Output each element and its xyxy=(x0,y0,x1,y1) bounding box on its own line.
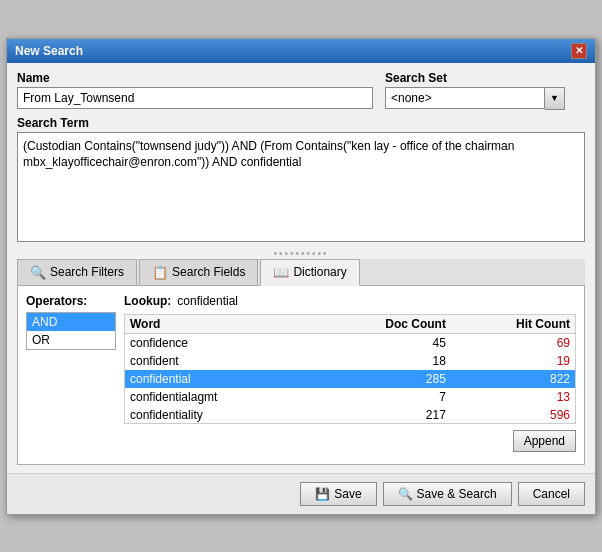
col-doc-count: Doc Count xyxy=(314,315,451,334)
cell-hit-count: 13 xyxy=(451,388,575,406)
table-row[interactable]: confidence4569 xyxy=(125,333,575,352)
cell-doc-count: 285 xyxy=(314,370,451,388)
divider-dots: •••••••••• xyxy=(17,248,585,259)
cell-word: confident xyxy=(125,352,314,370)
search-term-box[interactable]: (Custodian Contains("townsend judy")) AN… xyxy=(17,132,585,242)
save-icon: 💾 xyxy=(315,487,330,501)
search-term-section: Search Term (Custodian Contains("townsen… xyxy=(17,116,585,242)
word-table-wrapper: Word Doc Count Hit Count confidence4569c… xyxy=(124,314,576,424)
dialog-new-search: New Search ✕ Name Search Set ▼ Search Te… xyxy=(6,38,596,515)
operator-and[interactable]: AND xyxy=(27,313,115,331)
cancel-button[interactable]: Cancel xyxy=(518,482,585,506)
search-fields-icon: 📋 xyxy=(152,265,168,280)
table-row[interactable]: confident1819 xyxy=(125,352,575,370)
name-group: Name xyxy=(17,71,373,109)
dictionary-main: Lookup: confidential Word Doc Count Hit … xyxy=(124,294,576,456)
dictionary-icon: 📖 xyxy=(273,265,289,280)
cell-word: confidential xyxy=(125,370,314,388)
lookup-row: Lookup: confidential xyxy=(124,294,576,308)
search-term-label: Search Term xyxy=(17,116,585,130)
cell-word: confidentialagmt xyxy=(125,388,314,406)
search-set-row: ▼ xyxy=(385,87,585,110)
operators-panel: Operators: AND OR xyxy=(26,294,116,456)
cell-word: confidence xyxy=(125,333,314,352)
table-row[interactable]: confidential285822 xyxy=(125,370,575,388)
name-label: Name xyxy=(17,71,373,85)
tab-search-fields-label: Search Fields xyxy=(172,265,245,279)
table-row[interactable]: confidentiality217596 xyxy=(125,406,575,423)
dictionary-tab-content: Operators: AND OR Lookup: confidential xyxy=(17,286,585,465)
word-table-scroll[interactable]: Word Doc Count Hit Count confidence4569c… xyxy=(125,315,575,423)
cell-doc-count: 7 xyxy=(314,388,451,406)
operators-label: Operators: xyxy=(26,294,116,308)
name-input[interactable] xyxy=(17,87,373,109)
cell-hit-count: 822 xyxy=(451,370,575,388)
dictionary-layout: Operators: AND OR Lookup: confidential xyxy=(26,294,576,456)
cell-hit-count: 19 xyxy=(451,352,575,370)
tab-dictionary-label: Dictionary xyxy=(293,265,346,279)
append-button[interactable]: Append xyxy=(513,430,576,452)
operator-list: AND OR xyxy=(26,312,116,350)
cell-doc-count: 217 xyxy=(314,406,451,423)
save-search-label: Save & Search xyxy=(417,487,497,501)
tab-search-fields[interactable]: 📋 Search Fields xyxy=(139,259,258,285)
cell-word: confidentiality xyxy=(125,406,314,423)
operator-or[interactable]: OR xyxy=(27,331,115,349)
tab-search-filters[interactable]: 🔍 Search Filters xyxy=(17,259,137,285)
tabs-bar: 🔍 Search Filters 📋 Search Fields 📖 Dicti… xyxy=(17,259,585,286)
search-set-label: Search Set xyxy=(385,71,585,85)
name-searchset-row: Name Search Set ▼ xyxy=(17,71,585,110)
search-set-group: Search Set ▼ xyxy=(385,71,585,110)
search-set-dropdown-button[interactable]: ▼ xyxy=(545,87,565,110)
dialog-body: Name Search Set ▼ Search Term (Custodian… xyxy=(7,63,595,473)
search-filters-icon: 🔍 xyxy=(30,265,46,280)
save-search-button[interactable]: 🔍 Save & Search xyxy=(383,482,512,506)
col-word: Word xyxy=(125,315,314,334)
col-hit-count: Hit Count xyxy=(451,315,575,334)
cell-hit-count: 596 xyxy=(451,406,575,423)
lookup-value: confidential xyxy=(177,294,238,308)
title-bar: New Search ✕ xyxy=(7,39,595,63)
cancel-label: Cancel xyxy=(533,487,570,501)
search-set-input[interactable] xyxy=(385,87,545,109)
append-row: Append xyxy=(124,430,576,452)
save-button[interactable]: 💾 Save xyxy=(300,482,376,506)
table-row[interactable]: confidentialagmt713 xyxy=(125,388,575,406)
save-search-icon: 🔍 xyxy=(398,487,413,501)
tab-dictionary[interactable]: 📖 Dictionary xyxy=(260,259,359,286)
cell-doc-count: 45 xyxy=(314,333,451,352)
tab-search-filters-label: Search Filters xyxy=(50,265,124,279)
cell-doc-count: 18 xyxy=(314,352,451,370)
word-table: Word Doc Count Hit Count confidence4569c… xyxy=(125,315,575,423)
bottom-buttons: 💾 Save 🔍 Save & Search Cancel xyxy=(7,473,595,514)
close-button[interactable]: ✕ xyxy=(571,43,587,59)
save-label: Save xyxy=(334,487,361,501)
cell-hit-count: 69 xyxy=(451,333,575,352)
dialog-title: New Search xyxy=(15,44,83,58)
lookup-label: Lookup: xyxy=(124,294,171,308)
